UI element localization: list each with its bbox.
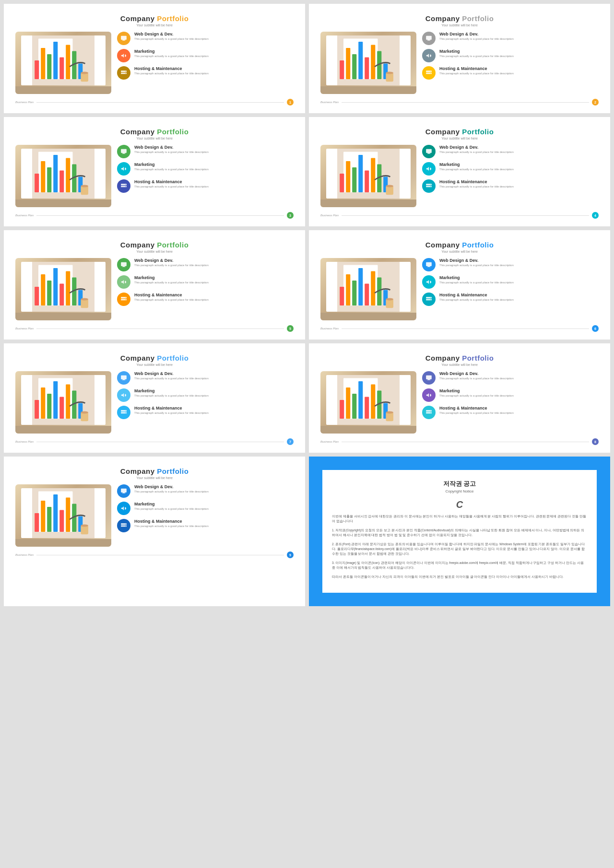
- svg-point-59: [125, 186, 126, 187]
- slide-4: Company Portfolio Your subtitle will be …: [309, 117, 610, 226]
- page-number: 3: [287, 212, 294, 219]
- slide-footer: Business Plan 2: [320, 99, 599, 106]
- laptop-screen: [21, 149, 106, 199]
- footer-line: [342, 215, 589, 216]
- slide-body: Web Design & Dev. This paragraph actuall…: [15, 258, 294, 320]
- svg-rect-63: [340, 174, 344, 192]
- svg-rect-136: [121, 410, 127, 411]
- svg-point-172: [81, 524, 88, 527]
- item-row: Web Design & Dev. This paragraph actuall…: [117, 484, 294, 498]
- title-accent: Portfolio: [462, 354, 494, 362]
- svg-rect-7: [59, 58, 64, 80]
- item-text: Hosting & Maintenance This paragraph act…: [439, 293, 514, 302]
- item-desc: This paragraph actually is a good place …: [134, 281, 209, 285]
- svg-point-98: [125, 297, 126, 298]
- copyright-slide: 저작권 공고 Copyright Notice C 이번에 제출을 서비시인 강…: [309, 457, 610, 606]
- footer-line: [342, 442, 589, 442]
- item-row: Marketing This paragraph actually is a g…: [117, 162, 294, 176]
- title-accent: Portfolio: [157, 14, 189, 23]
- icon-circle: [422, 258, 436, 271]
- svg-rect-171: [81, 526, 88, 534]
- svg-point-119: [430, 299, 431, 300]
- svg-point-118: [430, 297, 431, 298]
- item-row: Marketing This paragraph actually is a g…: [422, 162, 599, 176]
- slide-title: Company Portfolio: [15, 14, 294, 23]
- item-title: Marketing: [439, 162, 514, 167]
- svg-rect-53: [121, 149, 127, 153]
- svg-rect-176: [121, 523, 127, 525]
- item-title: Web Design & Dev.: [134, 145, 209, 150]
- slide-footer: Business Plan 5: [15, 325, 294, 332]
- item-row: Web Design & Dev. This paragraph actuall…: [117, 145, 294, 158]
- icon-circle: [117, 519, 130, 532]
- svg-rect-71: [386, 186, 393, 195]
- svg-rect-125: [47, 394, 51, 419]
- svg-rect-145: [352, 394, 356, 419]
- svg-point-139: [125, 412, 126, 413]
- icon-circle: [117, 406, 130, 419]
- slide-3: Company Portfolio Your subtitle will be …: [4, 117, 305, 226]
- item-title: Hosting & Maintenance: [439, 66, 514, 71]
- slide-body: Web Design & Dev. This paragraph actuall…: [15, 32, 294, 94]
- svg-rect-88: [66, 271, 70, 306]
- copyright-paragraph-4: 3. 이미지(Image) 및 아이콘(Icon): 관련되어 해당이 아이콘이…: [332, 561, 587, 571]
- svg-rect-84: [41, 274, 45, 305]
- svg-rect-54: [123, 153, 125, 153]
- laptop-image: [15, 484, 111, 547]
- footer-line: [342, 102, 589, 103]
- item-desc: This paragraph actually is a good place …: [439, 168, 514, 172]
- slide-title: Company Portfolio: [320, 14, 599, 23]
- item-row: Hosting & Maintenance This paragraph act…: [422, 179, 599, 193]
- slide-title: Company Portfolio: [320, 128, 599, 136]
- svg-rect-64: [346, 161, 350, 192]
- item-text: Web Design & Dev. This paragraph actuall…: [134, 484, 209, 494]
- slide-footer: Business Plan 8: [320, 438, 599, 445]
- icon-circle: [117, 293, 130, 306]
- item-desc: This paragraph actually is a good place …: [439, 281, 514, 285]
- laptop-screen: [326, 375, 411, 425]
- laptop-image: [15, 32, 111, 94]
- slide-body: Web Design & Dev. This paragraph actuall…: [15, 371, 294, 434]
- item-text: Marketing This paragraph actually is a g…: [439, 275, 514, 285]
- page-number: 6: [592, 325, 599, 332]
- slide-body: Web Design & Dev. This paragraph actuall…: [320, 145, 599, 207]
- svg-rect-105: [352, 281, 356, 305]
- footer-label: Business Plan: [320, 440, 339, 443]
- item-row: Web Design & Dev. This paragraph actuall…: [422, 258, 599, 271]
- item-desc: This paragraph actually is a good place …: [134, 298, 209, 302]
- copyright-subtitle: Copyright Notice: [332, 489, 587, 493]
- slide-body: Web Design & Dev. This paragraph actuall…: [320, 371, 599, 434]
- slide-body: Web Design & Dev. This paragraph actuall…: [320, 258, 599, 320]
- item-text: Web Design & Dev. This paragraph actuall…: [439, 258, 514, 268]
- icon-circle: [422, 293, 436, 306]
- svg-rect-143: [340, 400, 344, 419]
- footer-line: [36, 442, 284, 442]
- copyright-inner: 저작권 공고 Copyright Notice C 이번에 제출을 서비시인 강…: [322, 470, 597, 593]
- svg-rect-55: [122, 153, 126, 154]
- item-text: Web Design & Dev. This paragraph actuall…: [439, 32, 514, 41]
- item-row: Hosting & Maintenance This paragraph act…: [117, 66, 294, 80]
- svg-point-39: [430, 73, 431, 73]
- icon-circle: [117, 275, 130, 289]
- laptop-base: [320, 199, 416, 207]
- svg-point-138: [125, 411, 126, 411]
- svg-rect-87: [59, 284, 64, 306]
- svg-rect-13: [121, 36, 127, 40]
- item-title: Marketing: [439, 49, 514, 54]
- title-accent: Portfolio: [462, 241, 494, 249]
- laptop-base: [15, 426, 111, 434]
- svg-rect-86: [53, 268, 58, 305]
- svg-rect-113: [426, 262, 432, 266]
- slide-subtitle: Your subtitle will be here: [320, 250, 599, 253]
- item-row: Marketing This paragraph actually is a g…: [422, 388, 599, 402]
- icon-circle: [117, 162, 130, 176]
- item-desc: This paragraph actually is a good place …: [134, 394, 209, 398]
- footer-line: [36, 102, 284, 103]
- svg-rect-14: [123, 40, 125, 40]
- laptop-image: [320, 258, 416, 320]
- footer-label: Business Plan: [320, 327, 339, 330]
- svg-rect-165: [47, 507, 51, 532]
- svg-point-58: [125, 184, 126, 185]
- svg-rect-106: [358, 268, 363, 305]
- item-text: Hosting & Maintenance This paragraph act…: [134, 179, 209, 189]
